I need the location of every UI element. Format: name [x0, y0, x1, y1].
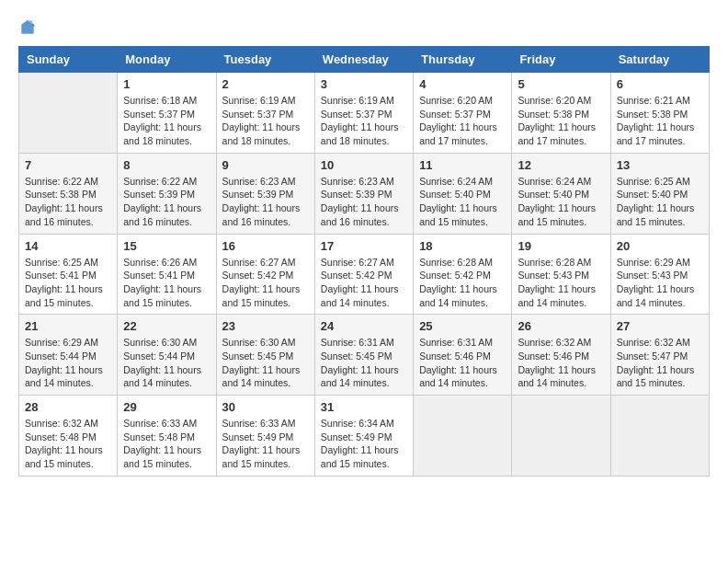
calendar-header-monday: Monday — [118, 47, 216, 73]
day-number: 28 — [25, 400, 111, 414]
calendar-cell: 6Sunrise: 6:21 AMSunset: 5:38 PMDaylight… — [610, 73, 709, 154]
calendar-cell: 24Sunrise: 6:31 AMSunset: 5:45 PMDayligh… — [314, 315, 413, 396]
calendar-cell: 3Sunrise: 6:19 AMSunset: 5:37 PMDaylight… — [314, 73, 413, 154]
day-number: 6 — [617, 77, 703, 91]
day-number: 23 — [222, 319, 309, 333]
day-number: 11 — [419, 158, 506, 172]
day-number: 3 — [321, 77, 407, 91]
day-info: Sunrise: 6:31 AMSunset: 5:46 PMDaylight:… — [419, 336, 506, 390]
day-info: Sunrise: 6:33 AMSunset: 5:49 PMDaylight:… — [222, 417, 309, 471]
day-info: Sunrise: 6:34 AMSunset: 5:49 PMDaylight:… — [321, 417, 407, 471]
day-number: 17 — [321, 239, 407, 253]
calendar-header-thursday: Thursday — [414, 47, 512, 73]
day-number: 19 — [518, 239, 604, 253]
day-number: 12 — [518, 158, 604, 172]
day-number: 2 — [222, 77, 309, 91]
day-info: Sunrise: 6:30 AMSunset: 5:45 PMDaylight:… — [222, 336, 309, 390]
calendar-cell: 5Sunrise: 6:20 AMSunset: 5:38 PMDaylight… — [512, 73, 610, 154]
calendar-header-sunday: Sunday — [19, 47, 118, 73]
day-info: Sunrise: 6:26 AMSunset: 5:41 PMDaylight:… — [123, 256, 210, 310]
day-number: 24 — [321, 319, 407, 333]
day-info: Sunrise: 6:30 AMSunset: 5:44 PMDaylight:… — [123, 336, 210, 390]
calendar-cell: 23Sunrise: 6:30 AMSunset: 5:45 PMDayligh… — [216, 315, 314, 396]
day-number: 1 — [123, 77, 210, 91]
calendar-cell: 20Sunrise: 6:29 AMSunset: 5:43 PMDayligh… — [610, 234, 709, 315]
day-info: Sunrise: 6:20 AMSunset: 5:37 PMDaylight:… — [419, 94, 506, 148]
page-header — [18, 18, 710, 37]
day-info: Sunrise: 6:29 AMSunset: 5:43 PMDaylight:… — [617, 256, 703, 310]
day-info: Sunrise: 6:19 AMSunset: 5:37 PMDaylight:… — [222, 94, 309, 148]
calendar-cell: 15Sunrise: 6:26 AMSunset: 5:41 PMDayligh… — [118, 234, 216, 315]
day-number: 13 — [617, 158, 703, 172]
day-number: 31 — [321, 400, 407, 414]
calendar: SundayMondayTuesdayWednesdayThursdayFrid… — [18, 46, 710, 477]
calendar-cell: 29Sunrise: 6:33 AMSunset: 5:48 PMDayligh… — [118, 396, 216, 477]
calendar-cell: 18Sunrise: 6:28 AMSunset: 5:42 PMDayligh… — [414, 234, 512, 315]
day-number: 21 — [25, 319, 111, 333]
day-info: Sunrise: 6:28 AMSunset: 5:42 PMDaylight:… — [419, 256, 506, 310]
calendar-cell — [512, 396, 610, 477]
calendar-cell: 1Sunrise: 6:18 AMSunset: 5:37 PMDaylight… — [118, 73, 216, 154]
calendar-cell: 14Sunrise: 6:25 AMSunset: 5:41 PMDayligh… — [19, 234, 118, 315]
day-info: Sunrise: 6:24 AMSunset: 5:40 PMDaylight:… — [419, 175, 506, 229]
day-number: 25 — [419, 319, 506, 333]
day-info: Sunrise: 6:32 AMSunset: 5:47 PMDaylight:… — [617, 336, 703, 390]
day-info: Sunrise: 6:25 AMSunset: 5:41 PMDaylight:… — [25, 256, 111, 310]
day-number: 7 — [25, 158, 111, 172]
calendar-cell — [19, 73, 118, 154]
day-number: 27 — [617, 319, 703, 333]
day-number: 20 — [617, 239, 703, 253]
day-info: Sunrise: 6:21 AMSunset: 5:38 PMDaylight:… — [617, 94, 703, 148]
calendar-cell — [610, 396, 709, 477]
calendar-header-tuesday: Tuesday — [216, 47, 314, 73]
calendar-cell: 31Sunrise: 6:34 AMSunset: 5:49 PMDayligh… — [314, 396, 413, 477]
calendar-week-row: 21Sunrise: 6:29 AMSunset: 5:44 PMDayligh… — [19, 315, 710, 396]
day-number: 29 — [123, 400, 210, 414]
day-info: Sunrise: 6:24 AMSunset: 5:40 PMDaylight:… — [518, 175, 604, 229]
day-info: Sunrise: 6:27 AMSunset: 5:42 PMDaylight:… — [321, 256, 407, 310]
day-number: 5 — [518, 77, 604, 91]
calendar-cell: 2Sunrise: 6:19 AMSunset: 5:37 PMDaylight… — [216, 73, 314, 154]
calendar-cell: 27Sunrise: 6:32 AMSunset: 5:47 PMDayligh… — [610, 315, 709, 396]
calendar-cell: 13Sunrise: 6:25 AMSunset: 5:40 PMDayligh… — [610, 153, 709, 234]
day-number: 8 — [123, 158, 210, 172]
day-number: 9 — [222, 158, 309, 172]
calendar-cell: 30Sunrise: 6:33 AMSunset: 5:49 PMDayligh… — [216, 396, 314, 477]
day-number: 22 — [123, 319, 210, 333]
day-info: Sunrise: 6:25 AMSunset: 5:40 PMDaylight:… — [617, 175, 703, 229]
calendar-week-row: 14Sunrise: 6:25 AMSunset: 5:41 PMDayligh… — [19, 234, 710, 315]
day-info: Sunrise: 6:18 AMSunset: 5:37 PMDaylight:… — [123, 94, 210, 148]
day-info: Sunrise: 6:20 AMSunset: 5:38 PMDaylight:… — [518, 94, 604, 148]
calendar-cell: 17Sunrise: 6:27 AMSunset: 5:42 PMDayligh… — [314, 234, 413, 315]
day-info: Sunrise: 6:29 AMSunset: 5:44 PMDaylight:… — [25, 336, 111, 390]
day-number: 4 — [419, 77, 506, 91]
logo — [18, 18, 40, 37]
calendar-cell: 22Sunrise: 6:30 AMSunset: 5:44 PMDayligh… — [118, 315, 216, 396]
calendar-week-row: 28Sunrise: 6:32 AMSunset: 5:48 PMDayligh… — [19, 396, 710, 477]
day-info: Sunrise: 6:32 AMSunset: 5:46 PMDaylight:… — [518, 336, 604, 390]
day-info: Sunrise: 6:31 AMSunset: 5:45 PMDaylight:… — [321, 336, 407, 390]
calendar-header-saturday: Saturday — [610, 47, 709, 73]
day-number: 10 — [321, 158, 407, 172]
calendar-week-row: 1Sunrise: 6:18 AMSunset: 5:37 PMDaylight… — [19, 73, 710, 154]
day-number: 14 — [25, 239, 111, 253]
day-info: Sunrise: 6:22 AMSunset: 5:39 PMDaylight:… — [123, 175, 210, 229]
calendar-cell: 4Sunrise: 6:20 AMSunset: 5:37 PMDaylight… — [414, 73, 512, 154]
calendar-cell: 8Sunrise: 6:22 AMSunset: 5:39 PMDaylight… — [118, 153, 216, 234]
day-info: Sunrise: 6:23 AMSunset: 5:39 PMDaylight:… — [321, 175, 407, 229]
calendar-cell: 21Sunrise: 6:29 AMSunset: 5:44 PMDayligh… — [19, 315, 118, 396]
day-info: Sunrise: 6:19 AMSunset: 5:37 PMDaylight:… — [321, 94, 407, 148]
day-number: 18 — [419, 239, 506, 253]
day-number: 30 — [222, 400, 309, 414]
calendar-cell: 10Sunrise: 6:23 AMSunset: 5:39 PMDayligh… — [314, 153, 413, 234]
calendar-cell: 11Sunrise: 6:24 AMSunset: 5:40 PMDayligh… — [414, 153, 512, 234]
day-info: Sunrise: 6:22 AMSunset: 5:38 PMDaylight:… — [25, 175, 111, 229]
calendar-cell: 9Sunrise: 6:23 AMSunset: 5:39 PMDaylight… — [216, 153, 314, 234]
day-info: Sunrise: 6:28 AMSunset: 5:43 PMDaylight:… — [518, 256, 604, 310]
calendar-header-row: SundayMondayTuesdayWednesdayThursdayFrid… — [19, 47, 710, 73]
calendar-cell: 16Sunrise: 6:27 AMSunset: 5:42 PMDayligh… — [216, 234, 314, 315]
day-info: Sunrise: 6:33 AMSunset: 5:48 PMDaylight:… — [123, 417, 210, 471]
calendar-header-friday: Friday — [512, 47, 610, 73]
day-number: 16 — [222, 239, 309, 253]
calendar-cell: 12Sunrise: 6:24 AMSunset: 5:40 PMDayligh… — [512, 153, 610, 234]
